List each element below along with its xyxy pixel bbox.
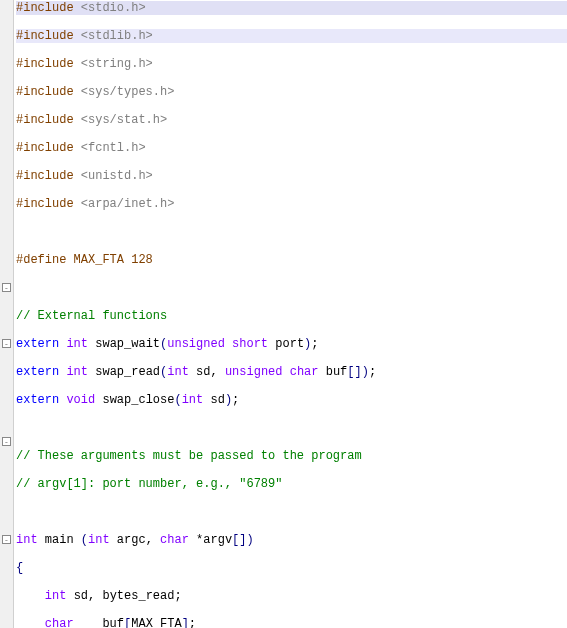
token-ident: *argv — [196, 533, 232, 547]
token-type: char — [45, 617, 103, 628]
token-string: <string.h> — [81, 57, 153, 71]
token-comment: // External functions — [16, 309, 167, 323]
token-ident: , — [210, 365, 224, 379]
token-string: <sys/stat.h> — [81, 113, 167, 127]
code-line[interactable]: char buf[MAX_FTA]; — [16, 617, 567, 628]
token-string: <sys/types.h> — [81, 85, 175, 99]
token-type: void — [66, 393, 102, 407]
fold-toggle-icon[interactable]: - — [2, 437, 11, 446]
code-line[interactable]: extern void swap_close(int sd); — [16, 393, 567, 407]
token-preproc: #define MAX_FTA 128 — [16, 253, 153, 267]
code-line[interactable]: #include <string.h> — [16, 57, 567, 71]
token-ident: , bytes_read; — [88, 589, 182, 603]
token-ident — [16, 589, 45, 603]
code-line[interactable] — [16, 225, 567, 239]
code-line[interactable]: #include <fcntl.h> — [16, 141, 567, 155]
code-line[interactable]: #include <sys/stat.h> — [16, 113, 567, 127]
token-preproc: #include — [16, 113, 81, 127]
token-preproc: #include — [16, 197, 81, 211]
token-ident: sd — [210, 393, 224, 407]
token-preproc: #include — [16, 169, 81, 183]
token-ident: swap_read — [95, 365, 160, 379]
token-paren: { — [16, 561, 23, 575]
token-preproc: #include — [16, 85, 81, 99]
code-line[interactable]: int sd, bytes_read; — [16, 589, 567, 603]
token-ident: buf — [326, 365, 348, 379]
fold-toggle-icon[interactable]: - — [2, 339, 11, 348]
token-preproc: #include — [16, 29, 81, 43]
token-ident: ; — [311, 337, 318, 351]
token-string: <stdlib.h> — [81, 29, 153, 43]
token-ident: sd — [196, 365, 210, 379]
code-line[interactable]: #define MAX_FTA 128 — [16, 253, 567, 267]
token-paren: ] — [182, 617, 189, 628]
token-ident: swap_close — [102, 393, 174, 407]
token-type: int — [88, 533, 117, 547]
code-line[interactable] — [16, 281, 567, 295]
token-ident: argc — [117, 533, 146, 547]
token-type: int — [167, 365, 196, 379]
token-comment: // argv[1]: port number, e.g., "6789" — [16, 477, 282, 491]
token-ident: main — [45, 533, 81, 547]
token-type: int — [66, 337, 95, 351]
token-ident: MAX_FTA — [131, 617, 181, 628]
code-line[interactable]: { — [16, 561, 567, 575]
token-string: <fcntl.h> — [81, 141, 146, 155]
token-paren: ) — [225, 393, 232, 407]
code-line[interactable]: #include <unistd.h> — [16, 169, 567, 183]
token-type: char — [160, 533, 196, 547]
token-preproc: #include — [16, 1, 81, 15]
token-string: <unistd.h> — [81, 169, 153, 183]
code-line[interactable]: // argv[1]: port number, e.g., "6789" — [16, 477, 567, 491]
fold-gutter[interactable]: ---- — [0, 0, 14, 628]
token-ident: , — [146, 533, 160, 547]
token-ident: port — [275, 337, 304, 351]
fold-toggle-icon[interactable]: - — [2, 535, 11, 544]
token-ident: ; — [189, 617, 196, 628]
token-keyword: extern — [16, 337, 66, 351]
code-line[interactable]: // External functions — [16, 309, 567, 323]
token-string: <arpa/inet.h> — [81, 197, 175, 211]
fold-toggle-icon[interactable]: - — [2, 283, 11, 292]
code-line[interactable] — [16, 505, 567, 519]
token-type: unsigned short — [167, 337, 275, 351]
code-area[interactable]: #include <stdio.h> #include <stdlib.h> #… — [14, 0, 567, 628]
token-paren: ( — [81, 533, 88, 547]
token-paren: []) — [232, 533, 254, 547]
token-comment: // These arguments must be passed to the… — [16, 449, 362, 463]
token-type: int — [182, 393, 211, 407]
token-preproc: #include — [16, 141, 81, 155]
code-line[interactable]: #include <stdlib.h> — [16, 29, 567, 43]
token-ident: swap_wait — [95, 337, 160, 351]
token-ident: ; — [369, 365, 376, 379]
token-type: unsigned char — [225, 365, 326, 379]
code-line[interactable]: #include <stdio.h> — [16, 1, 567, 15]
token-paren: ( — [174, 393, 181, 407]
token-string: <stdio.h> — [81, 1, 146, 15]
token-ident: ; — [232, 393, 239, 407]
code-line[interactable]: extern int swap_read(int sd, unsigned ch… — [16, 365, 567, 379]
code-line[interactable] — [16, 421, 567, 435]
token-type: int — [45, 589, 74, 603]
token-ident: buf — [102, 617, 124, 628]
code-line[interactable]: #include <sys/types.h> — [16, 85, 567, 99]
token-keyword: extern — [16, 365, 66, 379]
code-line[interactable]: // These arguments must be passed to the… — [16, 449, 567, 463]
token-ident — [16, 617, 45, 628]
token-paren: []) — [347, 365, 369, 379]
code-editor[interactable]: ---- #include <stdio.h> #include <stdlib… — [0, 0, 567, 628]
token-ident: sd — [74, 589, 88, 603]
token-type: int — [66, 365, 95, 379]
code-line[interactable]: #include <arpa/inet.h> — [16, 197, 567, 211]
code-line[interactable]: extern int swap_wait(unsigned short port… — [16, 337, 567, 351]
token-keyword: extern — [16, 393, 66, 407]
token-preproc: #include — [16, 57, 81, 71]
code-line[interactable]: int main (int argc, char *argv[]) — [16, 533, 567, 547]
token-type: int — [16, 533, 45, 547]
